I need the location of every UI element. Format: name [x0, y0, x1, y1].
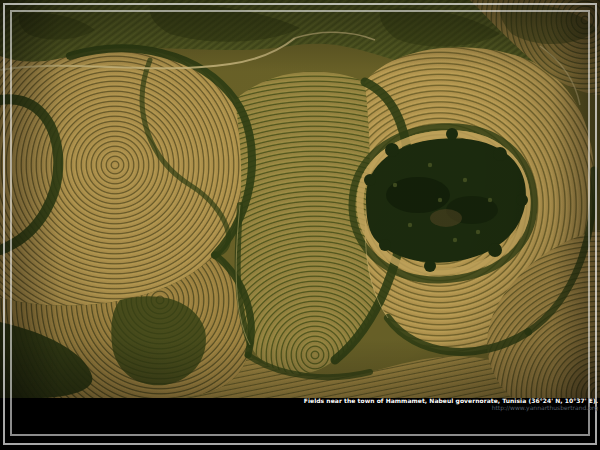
fields-illustration [0, 0, 600, 398]
lighting-layer [0, 0, 600, 398]
aerial-photo [0, 0, 600, 398]
wallpaper: Fields near the town of Hammamet, Nabeul… [0, 0, 600, 450]
caption-url: http://www.yannarthusbertrand.org [304, 404, 598, 411]
photo-caption: Fields near the town of Hammamet, Nabeul… [304, 397, 598, 411]
caption-text: Fields near the town of Hammamet, Nabeul… [304, 397, 598, 404]
